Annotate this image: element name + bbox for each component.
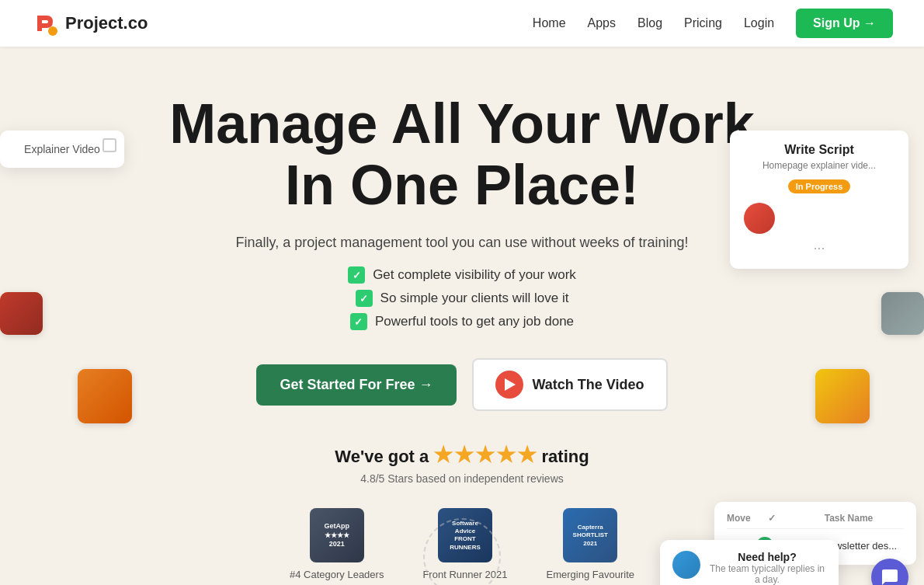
write-script-card: Write Script Homepage explainer vide... …	[730, 131, 908, 269]
checklist-item-1: Get complete visibility of your work	[348, 266, 576, 284]
get-started-button[interactable]: Get Started For Free →	[256, 364, 456, 406]
capterra-icon: Capterra SHORTLIST 2021	[563, 508, 617, 562]
badge-capterra: Capterra SHORTLIST 2021 Emerging Favouri…	[547, 508, 634, 580]
avatar-1-img	[0, 292, 43, 335]
corner-icon	[102, 138, 116, 152]
nav-home[interactable]: Home	[533, 16, 566, 30]
rating-after: rating	[542, 447, 589, 466]
in-progress-badge: In Progress	[788, 179, 851, 193]
nav-links: Home Apps Blog Pricing Login Sign Up →	[533, 9, 893, 38]
nav-pricing[interactable]: Pricing	[684, 16, 722, 30]
hero-title: Manage All Your Work In One Place!	[151, 93, 773, 216]
col-move: Move	[727, 513, 750, 524]
badge-getapp: GetApp ★★★★ 2021 #4 Category Leaders	[290, 508, 384, 580]
avatar-4-img	[815, 369, 870, 423]
chat-widget: Need help? The team typically replies in…	[660, 540, 839, 585]
star-3: ★	[475, 442, 495, 468]
star-4: ★	[496, 442, 516, 468]
rating-section: We've got a ★ ★ ★ ★ ★ rating 4.8/5 Stars…	[16, 442, 908, 485]
checklist-text-1: Get complete visibility of your work	[373, 267, 576, 283]
check-icon-3	[350, 313, 367, 330]
hero-title-line2: In One Place!	[285, 154, 639, 216]
chat-text: Need help? The team typically replies in…	[708, 551, 826, 585]
watch-video-button[interactable]: Watch The Video	[472, 358, 668, 411]
avatar-person-1	[0, 292, 43, 335]
avatar-image	[744, 203, 775, 234]
checklist-item-2: So simple your clients will love it	[356, 290, 569, 307]
avatar-person-3	[881, 292, 924, 335]
avatar-3-img	[881, 292, 924, 335]
getapp-icon-text: GetApp ★★★★ 2021	[324, 522, 349, 549]
check-icon-1	[348, 266, 365, 284]
explainer-video-label: Explainer Video	[16, 143, 109, 155]
chat-title: Need help?	[708, 551, 826, 563]
chat-avatar	[672, 551, 700, 579]
hero-title-line1: Manage All Your Work	[169, 92, 754, 155]
logo-text: Project.co	[65, 13, 148, 33]
logo[interactable]: Project.co	[31, 9, 148, 37]
getapp-icon: GetApp ★★★★ 2021	[310, 508, 364, 562]
dots-menu[interactable]: ···	[744, 240, 894, 256]
stars: ★ ★ ★ ★ ★	[433, 442, 537, 468]
svg-point-1	[48, 26, 57, 36]
checklist-text-3: Powerful tools to get any job done	[375, 314, 574, 329]
explainer-video-card: Explainer Video	[0, 131, 124, 168]
col-check-header: ✓	[756, 513, 787, 524]
play-icon	[495, 371, 523, 399]
hero-checklist: Get complete visibility of your work So …	[16, 266, 908, 330]
avatar	[744, 203, 775, 234]
col-task-name: Task Name	[794, 513, 904, 524]
nav-blog[interactable]: Blog	[637, 16, 662, 30]
watch-video-label: Watch The Video	[533, 377, 644, 393]
cta-buttons: Get Started For Free → Watch The Video	[16, 358, 908, 411]
signup-button[interactable]: Sign Up →	[796, 9, 893, 38]
write-script-title: Write Script	[744, 143, 894, 157]
star-5: ★	[517, 442, 537, 468]
capterra-label: Emerging Favourite	[547, 569, 634, 580]
check-icon-2	[356, 290, 373, 307]
hero-section: Explainer Video Write Script Homepage ex…	[0, 47, 924, 585]
chat-subtitle: The team typically replies in a day.	[708, 563, 826, 585]
checklist-text-2: So simple your clients will love it	[380, 291, 569, 306]
chat-icon	[881, 568, 899, 585]
nav-apps[interactable]: Apps	[588, 16, 616, 30]
play-triangle	[505, 378, 516, 391]
checklist-item-3: Powerful tools to get any job done	[350, 313, 574, 330]
navbar: Project.co Home Apps Blog Pricing Login …	[0, 0, 924, 47]
getapp-label: #4 Category Leaders	[290, 569, 384, 580]
star-2: ★	[454, 442, 474, 468]
rating-sub: 4.8/5 Stars based on independent reviews	[16, 472, 908, 485]
task-table-header: Move ✓ Task Name	[727, 513, 904, 529]
avatar-person-4	[815, 369, 870, 423]
capterra-icon-text: Capterra SHORTLIST 2021	[573, 524, 608, 548]
star-1: ★	[433, 442, 453, 468]
nav-login[interactable]: Login	[744, 16, 774, 30]
rating-text: We've got a ★ ★ ★ ★ ★ rating	[16, 442, 908, 468]
rating-before: We've got a	[335, 447, 429, 466]
write-script-subtitle: Homepage explainer vide...	[744, 160, 894, 171]
avatar-person-2	[78, 369, 132, 423]
logo-icon	[31, 9, 59, 37]
avatar-2-img	[78, 369, 132, 423]
